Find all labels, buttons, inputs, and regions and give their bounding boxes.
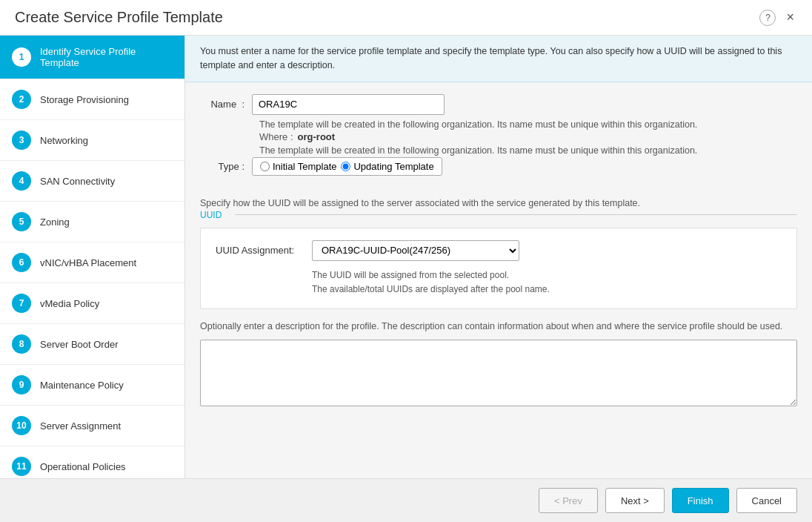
uuid-info-line1: The UUID will be assigned from the selec… [312, 268, 782, 283]
header-icons: ? × [759, 10, 797, 26]
sidebar-number-5: 5 [12, 212, 31, 231]
sidebar-label-4: SAN Connectivity [40, 176, 115, 187]
sidebar-item-6[interactable]: 6 vNIC/vHBA Placement [0, 242, 184, 283]
sidebar-item-3[interactable]: 3 Networking [0, 120, 184, 161]
sidebar-number-9: 9 [12, 375, 31, 394]
sidebar-number-6: 6 [12, 253, 31, 272]
modal-title: Create Service Profile Template [15, 9, 223, 26]
uuid-section: Specify how the UUID will be assigned to… [185, 198, 812, 220]
name-label: Name : [200, 99, 252, 110]
modal-footer: < Prev Next > Finish Cancel [0, 478, 812, 522]
sidebar-item-9[interactable]: 9 Maintenance Policy [0, 365, 184, 406]
close-button[interactable]: × [783, 10, 797, 25]
sidebar-label-2: Storage Provisioning [40, 94, 129, 105]
where-row: Where : org-root [259, 131, 797, 142]
modal-body: 1 Identify Service Profile Template 2 St… [0, 36, 812, 478]
main-content: You must enter a name for the service pr… [185, 36, 812, 478]
sidebar-number-10: 10 [12, 416, 31, 435]
sidebar-label-5: Zoning [40, 217, 70, 228]
name-input[interactable] [252, 94, 445, 115]
description-text: Optionally enter a description for the p… [200, 320, 797, 334]
uuid-divider-line [235, 214, 797, 215]
sidebar-label-9: Maintenance Policy [40, 380, 124, 391]
next-button[interactable]: Next > [605, 488, 665, 513]
create-service-profile-modal: Create Service Profile Template ? × 1 Id… [0, 0, 812, 522]
sidebar-item-10[interactable]: 10 Server Assignment [0, 406, 184, 446]
cancel-button[interactable]: Cancel [736, 488, 797, 513]
where-label: Where : [259, 131, 293, 142]
radio-updating-label: Updating Template [353, 161, 433, 172]
sidebar-label-8: Server Boot Order [40, 339, 119, 350]
sidebar-label-1: Identify Service Profile Template [40, 46, 173, 68]
sidebar-label-6: vNIC/vHBA Placement [40, 257, 136, 268]
uuid-specify-text: Specify how the UUID will be assigned to… [200, 198, 797, 208]
sidebar-item-4[interactable]: 4 SAN Connectivity [0, 161, 184, 202]
sidebar-item-5[interactable]: 5 Zoning [0, 202, 184, 242]
org-description-1: The template will be created in the foll… [259, 119, 797, 130]
uuid-section-label: UUID [200, 210, 227, 220]
info-banner-text: You must enter a name for the service pr… [200, 46, 782, 70]
uuid-divider: UUID [200, 210, 797, 220]
uuid-info-text: The UUID will be assigned from the selec… [312, 268, 782, 297]
radio-initial-label: Initial Template [273, 161, 336, 172]
sidebar: 1 Identify Service Profile Template 2 St… [0, 36, 185, 478]
radio-initial-template[interactable]: Initial Template [260, 161, 336, 172]
uuid-assignment-label: UUID Assignment: [216, 245, 312, 256]
radio-updating-template[interactable]: Updating Template [341, 161, 433, 172]
uuid-assignment-box: UUID Assignment: ORA19C-UUID-Pool(247/25… [200, 228, 797, 309]
sidebar-number-7: 7 [12, 294, 31, 313]
info-banner: You must enter a name for the service pr… [185, 36, 812, 82]
description-section: Optionally enter a description for the p… [185, 309, 812, 419]
sidebar-label-11: Operational Policies [40, 461, 126, 472]
finish-button[interactable]: Finish [672, 488, 729, 513]
sidebar-number-11: 11 [12, 457, 31, 476]
radio-initial-input[interactable] [260, 162, 270, 171]
sidebar-label-10: Server Assignment [40, 420, 121, 432]
where-value: org-root [298, 131, 336, 142]
name-row: Name : [200, 94, 797, 115]
sidebar-item-11[interactable]: 11 Operational Policies [0, 446, 184, 478]
type-label: Type : [200, 161, 252, 172]
prev-button[interactable]: < Prev [539, 488, 598, 513]
org-description-2: The template will be created in the foll… [259, 145, 797, 156]
uuid-assignment-select[interactable]: ORA19C-UUID-Pool(247/256) [312, 240, 519, 261]
sidebar-item-2[interactable]: 2 Storage Provisioning [0, 79, 184, 120]
type-row: Type : Initial Template Updating Templat… [200, 157, 797, 176]
sidebar-item-7[interactable]: 7 vMedia Policy [0, 283, 184, 324]
description-textarea[interactable] [200, 340, 797, 406]
type-radio-group: Initial Template Updating Template [252, 157, 442, 176]
radio-updating-input[interactable] [341, 162, 350, 171]
form-section: Name : The template will be created in t… [185, 82, 812, 191]
uuid-assignment-row: UUID Assignment: ORA19C-UUID-Pool(247/25… [216, 240, 782, 261]
sidebar-number-1: 1 [12, 47, 31, 67]
sidebar-number-2: 2 [12, 90, 31, 109]
sidebar-item-1[interactable]: 1 Identify Service Profile Template [0, 36, 184, 79]
modal-header: Create Service Profile Template ? × [0, 0, 812, 36]
uuid-info-line2: The available/total UUIDs are displayed … [312, 283, 782, 297]
sidebar-number-3: 3 [12, 130, 31, 150]
sidebar-label-7: vMedia Policy [40, 298, 99, 309]
sidebar-number-8: 8 [12, 334, 31, 354]
sidebar-item-8[interactable]: 8 Server Boot Order [0, 324, 184, 365]
help-button[interactable]: ? [759, 10, 776, 26]
sidebar-number-4: 4 [12, 171, 31, 191]
sidebar-label-3: Networking [40, 135, 88, 146]
